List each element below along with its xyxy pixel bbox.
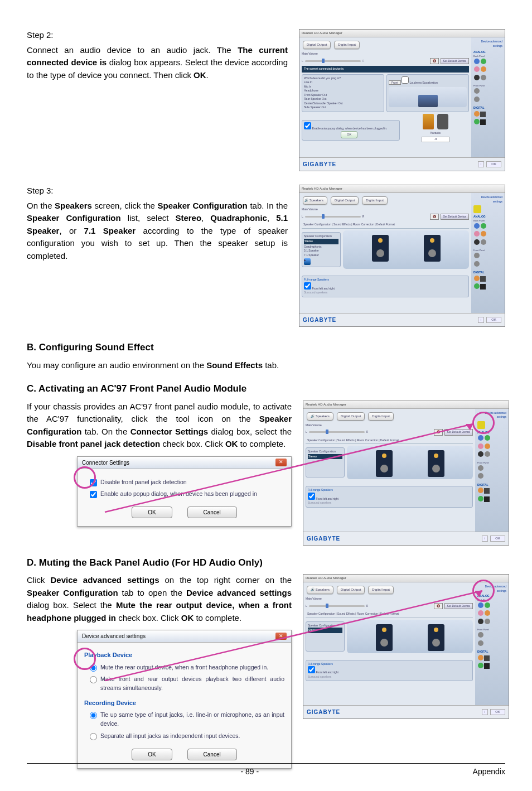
jack-icon[interactable] [485, 435, 490, 441]
jack-icon[interactable] [474, 75, 480, 80]
jack-icon[interactable] [474, 253, 480, 258]
jack-icon[interactable] [478, 443, 483, 449]
tab-speakers[interactable]: Speakers [316, 414, 330, 418]
tab-digital-input[interactable]: Digital Input [368, 412, 394, 421]
tab-digital-input[interactable]: Digital Input [368, 586, 394, 594]
jack-icon[interactable] [474, 97, 480, 102]
jack-icon[interactable] [481, 75, 486, 80]
device-advanced-link[interactable]: Device advanced settings [473, 195, 502, 204]
set-default-dropdown[interactable]: Set Default Device [444, 603, 473, 610]
cancel-button[interactable]: Cancel [187, 749, 237, 760]
ok-button[interactable]: OK [132, 507, 172, 518]
jack[interactable] [484, 496, 490, 502]
device-option[interactable]: Line In [304, 80, 382, 85]
jack-icon[interactable] [478, 632, 483, 638]
jack-icon[interactable] [478, 473, 483, 479]
info-button[interactable]: i [482, 709, 488, 715]
jack-icon[interactable] [478, 655, 483, 660]
auto-popup-checkbox[interactable] [304, 122, 311, 129]
two-streams-option[interactable]: Make front and rear output devices playb… [90, 675, 284, 693]
separate-jacks-option[interactable]: Separate all input jacks as independent … [90, 732, 284, 741]
tab-digital-input[interactable]: Digital Input [334, 41, 360, 49]
subtabs[interactable]: Speaker Configuration | Sound Effects | … [306, 438, 400, 442]
separate-jacks-radio[interactable] [90, 733, 97, 740]
tie-jacks-radio[interactable] [90, 712, 97, 719]
device-option[interactable]: Rear Speaker Out [304, 97, 382, 102]
jack-icon[interactable] [474, 283, 480, 289]
subtabs[interactable]: Speaker Configuration | Sound Effects | … [302, 223, 396, 226]
set-default-dropdown[interactable]: Set Default Device [441, 58, 469, 65]
info-button[interactable]: i [478, 161, 484, 167]
jack[interactable] [484, 663, 490, 669]
device-option[interactable]: Side Speaker Out [304, 105, 382, 110]
volume-slider[interactable] [305, 216, 361, 218]
tab-digital-input[interactable]: Digital Input [362, 196, 388, 205]
info-button[interactable]: i [482, 536, 488, 542]
device-option[interactable]: Headphone [304, 89, 382, 93]
ok-button[interactable]: OK [341, 131, 358, 138]
cfg-item[interactable]: 5.1 Speaker [304, 249, 338, 253]
auto-popup-checkbox[interactable] [90, 491, 97, 498]
jack-icon[interactable] [481, 223, 486, 229]
auto-popup-option[interactable]: Enable auto popup dialog, when device ha… [90, 490, 284, 499]
jack-icon[interactable] [474, 231, 480, 237]
jack-icon[interactable] [485, 619, 490, 624]
ok-button[interactable]: OK [132, 749, 172, 760]
mute-button[interactable]: 🔇 [434, 429, 443, 436]
jack-icon[interactable] [481, 59, 486, 64]
disable-jack-detection-option[interactable]: Disable front panel jack detection [90, 478, 284, 487]
jack-icon[interactable] [474, 88, 480, 94]
jack-icon[interactable] [474, 261, 480, 267]
mute-rear-option[interactable]: Mute the rear output device, when a fron… [90, 663, 284, 672]
cfg-item[interactable]: Stereo [308, 454, 342, 460]
jack-icon[interactable] [481, 66, 486, 72]
jack-icon[interactable] [474, 119, 480, 124]
set-default-dropdown[interactable]: Set Default Device [444, 429, 473, 436]
tool-icon[interactable] [473, 205, 481, 213]
jack-icon[interactable] [474, 276, 480, 281]
tab-digital-output[interactable]: Digital Output [337, 586, 365, 594]
digital-jack[interactable] [480, 119, 486, 125]
jack-icon[interactable] [485, 602, 490, 608]
cfg-item[interactable]: 7.1 Speaker [304, 253, 338, 258]
close-icon[interactable]: ✕ [275, 459, 287, 466]
front-lr-check[interactable] [308, 666, 315, 673]
jack-icon[interactable] [478, 435, 483, 441]
jack-icon[interactable] [474, 59, 480, 64]
front-lr-checkbox[interactable] [304, 282, 311, 290]
tab-digital-output[interactable]: Digital Output [331, 196, 359, 205]
front-lr-check[interactable] [308, 493, 315, 500]
jack-icon[interactable] [478, 663, 483, 668]
volume-slider[interactable] [305, 60, 361, 62]
info-button[interactable]: i [478, 317, 484, 323]
jack-icon[interactable] [474, 111, 480, 117]
jack-icon[interactable] [478, 451, 483, 457]
dialog-ok-button[interactable]: OK [486, 317, 501, 323]
mute-button[interactable]: 🔇 [430, 214, 439, 220]
tab-digital-output[interactable]: Digital Output [337, 412, 365, 421]
jack-icon[interactable] [478, 496, 483, 501]
subtabs[interactable]: Speaker Configuration | Sound Effects | … [306, 612, 400, 615]
mute-button[interactable]: 🔇 [430, 58, 439, 65]
jack-icon[interactable] [481, 239, 486, 245]
mute-button[interactable]: 🔇 [434, 603, 443, 610]
loudness-checkbox[interactable] [402, 76, 409, 84]
device-option[interactable]: Center/Subwoofer Speaker Out [304, 102, 382, 106]
jack-icon[interactable] [481, 231, 486, 237]
set-default-dropdown[interactable]: Set Default Device [441, 214, 469, 220]
jack-icon[interactable] [478, 610, 483, 616]
digital-jack[interactable] [480, 276, 486, 282]
tab-speakers[interactable]: Speakers [316, 588, 330, 591]
two-streams-radio[interactable] [90, 676, 97, 683]
play-button[interactable]: ▶ [304, 258, 311, 265]
cancel-button[interactable]: Cancel [187, 507, 237, 518]
jack-icon[interactable] [474, 239, 480, 245]
cfg-item[interactable]: Stereo [304, 239, 338, 244]
jack-icon[interactable] [485, 610, 490, 616]
jack-icon[interactable] [474, 223, 480, 229]
jack-icon[interactable] [474, 66, 480, 72]
device-option[interactable]: Front Speaker Out [304, 93, 382, 98]
jack-icon[interactable] [478, 465, 483, 471]
device-option[interactable]: Mic In [304, 85, 382, 89]
volume-slider[interactable] [309, 605, 365, 607]
